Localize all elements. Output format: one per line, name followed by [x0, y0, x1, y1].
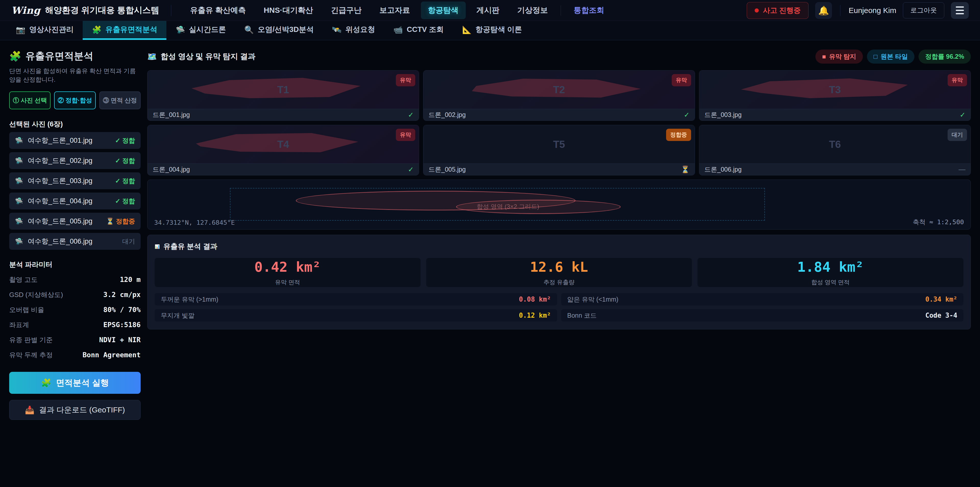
tab-photo-management[interactable]: 📷 영상사진관리: [6, 21, 83, 40]
stat-composite-area: 1.84 km² 합성 영역 면적: [697, 258, 963, 287]
photo-list-item[interactable]: 🛸 여수항_드론_002.jpg ✓ 정합: [9, 152, 141, 169]
tile-filename: 드론_002.jpg: [428, 110, 466, 119]
tab-realtime-drone[interactable]: 🛸 실시간드론: [166, 21, 235, 40]
stat-cards: 0.42 km² 유막 면적 12.6 kL 추정 유출량 1.84 km² 합…: [155, 258, 963, 287]
results-title: 유출유 분석 결과: [163, 241, 218, 251]
tile-preview: T5 정합중: [423, 125, 695, 163]
bar-chart-icon: 📊: [155, 244, 160, 249]
param-row: 촬영 고도 120 m: [9, 275, 141, 284]
detail-rows: 두꺼운 유막 (>1mm) 0.08 km² 얇은 유막 (<1mm) 0.34…: [155, 293, 963, 321]
tab-oil-area-analysis[interactable]: 🧩 유출유면적분석: [83, 21, 166, 40]
param-row: GSD (지상해상도) 3.2 cm/px: [9, 291, 141, 299]
wing-logo-icon: Wing: [11, 5, 41, 16]
nav-item-integrated-search[interactable]: 통합조회: [566, 2, 611, 19]
stat-spill-volume: 12.6 kL 추정 유출량: [426, 258, 692, 287]
step-photo-select[interactable]: ① 사진 선택: [9, 91, 51, 109]
param-value: 80% / 70%: [103, 306, 141, 314]
selected-photos-header: 선택된 사진 (6장): [9, 120, 141, 129]
param-label: 좌표계: [9, 321, 29, 329]
incident-status-badge[interactable]: 사고 진행중: [747, 2, 808, 19]
photo-status-badge: ✓ 정합: [115, 177, 135, 185]
step-align-composite[interactable]: ② 정합·합성: [54, 91, 95, 109]
legend-original-tile: □ 원본 타일: [867, 49, 915, 64]
tab-aerial-search-theory[interactable]: 📐 항공탐색 이론: [453, 21, 531, 40]
image-tile-grid: T1 유막 드론_001.jpg ✓ T2 유막 드론_002.jpg ✓: [147, 70, 971, 176]
check-icon: ✓: [408, 111, 414, 119]
user-name: Eunjeong Kim: [849, 6, 896, 15]
detail-row-rainbow-sheen: 무지개 빛깔 0.12 km²: [155, 309, 557, 321]
page-title: 🧩 유출유면적분석: [9, 49, 141, 62]
stat-value: 0.42 km²: [255, 259, 321, 275]
photo-list-item[interactable]: 🛸 여수항_드론_001.jpg ✓ 정합: [9, 132, 141, 149]
puzzle-icon: 🧩: [41, 378, 51, 388]
puzzle-icon: 🧩: [9, 51, 21, 62]
check-icon: ✓: [408, 166, 414, 174]
param-value: Bonn Agreement: [83, 351, 141, 359]
composite-result-title: 합성 영상 및 유막 탐지 결과: [161, 51, 256, 62]
image-tile[interactable]: T6 대기 드론_006.jpg —: [699, 125, 971, 176]
stat-value: 1.84 km²: [797, 259, 864, 275]
photo-status-badge: ⏳ 정합중: [106, 217, 135, 225]
param-row: 유막 두께 추정 Bonn Agreement: [9, 351, 141, 359]
filled-square-icon: ■: [822, 53, 826, 60]
main-nav: 유출유 확산예측 HNS·대기확산 긴급구난 보고자료 항공탐색 게시판 기상정…: [183, 2, 611, 19]
tile-status-badge: 유막: [948, 74, 967, 86]
photo-list-item[interactable]: 🛸 여수항_드론_003.jpg ✓ 정합: [9, 172, 141, 189]
tile-footer: 드론_006.jpg —: [699, 163, 970, 175]
nav-item-weather-info[interactable]: 기상정보: [510, 2, 555, 19]
nav-item-aerial-search[interactable]: 항공탐색: [421, 2, 466, 19]
tile-id-label: T1: [277, 84, 289, 96]
tile-filename: 드론_006.jpg: [704, 165, 741, 174]
analysis-sidebar: 🧩 유출유면적분석 단면 사진을 합성하여 유출유 확산 면적과 기름 양을 산…: [9, 49, 141, 420]
tile-footer: 드론_002.jpg ✓: [423, 109, 695, 121]
download-result-button[interactable]: 📥 결과 다운로드 (GeoTIFF): [9, 400, 141, 420]
nav-item-emergency-rescue[interactable]: 긴급구난: [324, 2, 369, 19]
tile-status-badge: 대기: [948, 129, 967, 141]
logout-button[interactable]: 로그아웃: [903, 2, 944, 18]
main-panel: 🗺️ 합성 영상 및 유막 탐지 결과 ■ 유막 탐지 □ 원본 타일 정합률 …: [147, 49, 971, 329]
nav-item-oil-spread-forecast[interactable]: 유출유 확산예측: [183, 2, 253, 19]
tab-satellite-request[interactable]: 🛰️ 위성요청: [323, 21, 384, 40]
photo-status-badge: ✓ 정합: [115, 136, 135, 145]
nav-item-reports[interactable]: 보고자료: [372, 2, 417, 19]
photo-filename: 여수항_드론_004.jpg: [27, 196, 110, 206]
image-tile[interactable]: T5 정합중 드론_005.jpg ⏳: [423, 125, 695, 176]
navbar-right-group: 사고 진행중 🔔 Eunjeong Kim 로그아웃: [747, 2, 969, 19]
nav-item-hns-air-dispersion[interactable]: HNS·대기확산: [256, 2, 320, 19]
tile-id-label: T2: [553, 84, 565, 96]
check-icon: ✓: [959, 111, 966, 119]
image-tile[interactable]: T4 유막 드론_004.jpg ✓: [147, 125, 419, 176]
image-tile[interactable]: T2 유막 드론_002.jpg ✓: [423, 70, 695, 121]
image-tile[interactable]: T1 유막 드론_001.jpg ✓: [147, 70, 419, 121]
param-label: GSD (지상해상도): [9, 291, 63, 299]
run-analysis-button[interactable]: 🧩 면적분석 실행: [9, 372, 141, 394]
tab-pollution-ship-3d[interactable]: 🔍 오염/선박3D분석: [235, 21, 323, 40]
app-logo: Wing 해양환경 위기대응 통합시스템: [11, 5, 159, 16]
nav-item-board[interactable]: 게시판: [469, 2, 507, 19]
hamburger-icon: [956, 6, 964, 8]
param-value: 120 m: [120, 276, 141, 283]
step-area-calc[interactable]: ③ 면적 산정: [99, 91, 141, 109]
map-coordinates: 34.7312°N, 127.6845°E: [154, 219, 235, 226]
notifications-button[interactable]: 🔔: [815, 2, 832, 19]
photo-filename: 여수항_드론_001.jpg: [27, 136, 110, 145]
ufo-drone-icon: 🛸: [15, 217, 23, 225]
analysis-params-header: 분석 파라미터: [9, 260, 141, 269]
param-row: 오버랩 비율 80% / 70%: [9, 305, 141, 315]
composite-result-header: 🗺️ 합성 영상 및 유막 탐지 결과 ■ 유막 탐지 □ 원본 타일 정합률 …: [147, 49, 971, 64]
tile-footer: 드론_005.jpg ⏳: [423, 163, 695, 175]
camera-icon: 📷: [16, 25, 25, 34]
tile-id-label: T6: [829, 139, 841, 150]
tile-status-badge: 유막: [396, 74, 415, 86]
image-tile[interactable]: T3 유막 드론_003.jpg ✓: [699, 70, 971, 121]
magnifier-icon: 🔍: [244, 25, 254, 34]
tab-cctv-view[interactable]: 📹 CCTV 조회: [384, 21, 453, 40]
map-scale: 축척 ≈ 1:2,500: [913, 218, 964, 226]
photo-list-item[interactable]: 🛸 여수항_드론_006.jpg 대기: [9, 233, 141, 250]
composite-map[interactable]: 합성 영역 (3×2 그리드) 34.7312°N, 127.6845°E 축척…: [147, 179, 971, 230]
legend-alignment-rate: 정합률 96.2%: [918, 49, 971, 64]
photo-filename: 여수항_드론_003.jpg: [27, 176, 110, 185]
photo-list-item[interactable]: 🛸 여수항_드론_005.jpg ⏳ 정합중: [9, 213, 141, 230]
hamburger-menu-button[interactable]: [951, 2, 969, 19]
photo-list-item[interactable]: 🛸 여수항_드론_004.jpg ✓ 정합: [9, 193, 141, 209]
